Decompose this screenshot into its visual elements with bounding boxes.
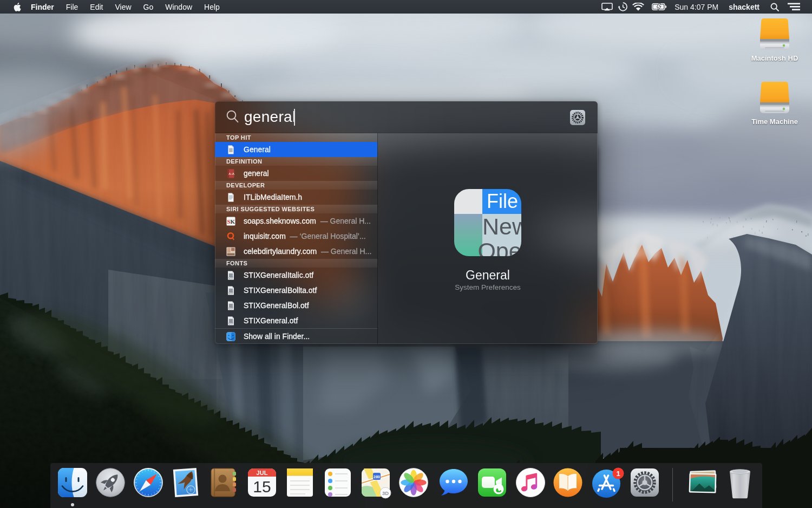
svg-text:280: 280 xyxy=(374,474,381,479)
svg-text:A-A: A-A xyxy=(228,172,234,175)
svg-text:15: 15 xyxy=(253,478,271,496)
svg-text:OTF: OTF xyxy=(228,292,233,295)
svg-text:OTF: OTF xyxy=(228,277,233,279)
svg-text:New: New xyxy=(482,213,521,239)
svg-text:K: K xyxy=(231,218,235,224)
svg-text:JUL: JUL xyxy=(257,470,268,476)
svg-text:OTF: OTF xyxy=(228,322,233,325)
svg-text:OTF: OTF xyxy=(228,307,233,310)
svg-text:3D: 3D xyxy=(382,490,389,496)
svg-text:File: File xyxy=(487,190,518,212)
svg-text:1: 1 xyxy=(616,470,620,478)
svg-text:Open: Open xyxy=(477,238,521,256)
